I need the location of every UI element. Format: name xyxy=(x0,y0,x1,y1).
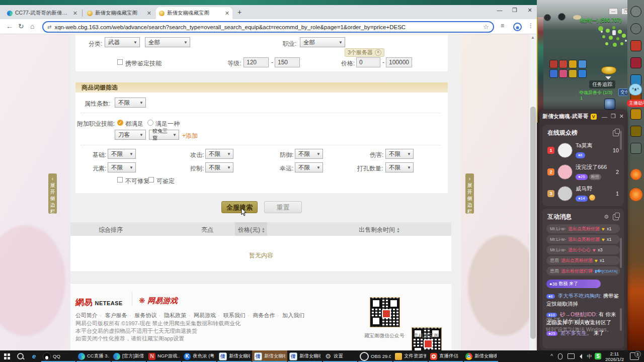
attr-select-base[interactable]: 不限▼ xyxy=(108,149,136,159)
expand-sidebar-right-button[interactable]: ›展开侧边栏 xyxy=(465,173,474,214)
tab-close-icon[interactable]: ✕ xyxy=(225,10,229,17)
taskbar-item-qiannu-2-active[interactable]: 倩 新倩女幽魂... xyxy=(252,350,287,362)
taskbar-item-qq[interactable]: QQ xyxy=(41,350,76,362)
taskbar-search-button[interactable] xyxy=(14,350,27,362)
game-round-icon[interactable] xyxy=(544,14,551,21)
reload-icon[interactable]: ↻ xyxy=(18,22,24,30)
footer-link[interactable]: 网易游戏 xyxy=(194,312,216,318)
profile-avatar-icon[interactable]: ☻ xyxy=(513,23,522,31)
radio-one-satisfied[interactable] xyxy=(147,120,153,126)
level-max-input[interactable] xyxy=(275,57,300,67)
search-all-servers-button[interactable]: 全服搜索 xyxy=(221,201,258,213)
game-minimize-button[interactable]: — xyxy=(609,8,618,15)
col-sort-overall[interactable]: 综合排序 xyxy=(99,226,123,234)
class-select[interactable]: 刀客▼ xyxy=(115,130,146,140)
attr-select-attack[interactable]: 不限▼ xyxy=(205,149,233,159)
url-text[interactable]: xqn-web.cbg.163.com/web/advance/search?s… xyxy=(54,24,480,30)
microphone-icon[interactable] xyxy=(558,353,562,359)
bookmark-star-icon[interactable]: ☆ xyxy=(483,23,489,31)
display-icon[interactable] xyxy=(568,353,575,359)
footer-link[interactable]: 客户服务 xyxy=(105,312,127,318)
home-icon[interactable]: ⌂ xyxy=(30,22,34,30)
col-price[interactable]: 价格(元)▲▼ xyxy=(238,226,265,234)
remove-server-filter-icon[interactable]: ✕ xyxy=(375,49,381,56)
s-app-tray-icon[interactable]: S xyxy=(595,353,601,359)
speaker-icon[interactable] xyxy=(580,354,582,359)
browser-tab-2[interactable]: 新倩女幽魂藏宝阁 ✕ xyxy=(84,7,154,19)
site-info-icon[interactable]: ⇄ xyxy=(47,24,51,30)
taskbar-item-obs[interactable]: OBS 29.0.... xyxy=(358,350,393,362)
taskbar-item-ngp[interactable]: N NGP游戏... xyxy=(146,350,182,362)
radio-all-satisfied[interactable]: ✓ xyxy=(117,120,123,126)
game-side-icon[interactable] xyxy=(630,143,641,154)
add-skill-link[interactable]: +添加 xyxy=(182,132,198,140)
attr-select-control[interactable]: 不限▼ xyxy=(205,162,233,172)
attr-select-damage[interactable]: 不限▼ xyxy=(385,149,414,159)
start-button[interactable] xyxy=(0,350,14,362)
panel-maximize-icon[interactable]: ❒ xyxy=(611,113,616,120)
popout-icon[interactable] xyxy=(613,214,619,220)
tab-close-icon[interactable]: ✕ xyxy=(73,10,77,17)
footer-link[interactable]: 服务协议 xyxy=(134,312,156,318)
taskbar-item-kugou[interactable]: K 夜色浓 (粤... xyxy=(182,350,217,362)
price-min-input[interactable] xyxy=(356,57,380,67)
sort-icon[interactable]: ▲▼ xyxy=(396,227,400,233)
ime-indicator[interactable]: 中 xyxy=(587,353,592,360)
attr-select-luck[interactable]: 不限▼ xyxy=(295,162,323,172)
new-tab-button[interactable]: + xyxy=(237,8,242,16)
side-panel-icon[interactable]: ≡ xyxy=(501,22,504,29)
game-side-icon[interactable] xyxy=(630,6,641,17)
viewers-scrollbar[interactable] xyxy=(620,131,622,150)
browser-tab-1[interactable]: CC77-武哥哥的新倩女幽魂直播 ✕ xyxy=(4,7,80,19)
category-select[interactable]: 武器▼ xyxy=(105,37,140,47)
scrollbar-thumb[interactable] xyxy=(530,107,536,339)
carry-skill-checkbox[interactable] xyxy=(117,59,123,65)
panel-minimize-icon[interactable]: — xyxy=(602,114,607,120)
browser-menu-icon[interactable]: ⋮ xyxy=(528,22,534,29)
attr-select-defense[interactable]: 不限▼ xyxy=(295,149,323,159)
level-min-input[interactable] xyxy=(244,57,269,67)
expand-sidebar-left-button[interactable]: ‹展开侧边栏 xyxy=(48,173,57,214)
taskbar-item-qiannu-1[interactable]: 倩 新倩女幽魂... xyxy=(217,350,252,362)
attr-select-element[interactable]: 不限▼ xyxy=(108,162,136,172)
footer-link[interactable]: 加入我们 xyxy=(282,312,304,318)
profession-select[interactable]: 全部▼ xyxy=(300,37,345,47)
appraisable-checkbox[interactable] xyxy=(148,177,154,183)
footer-link[interactable]: 商务合作 xyxy=(253,312,275,318)
gear-icon[interactable]: ⚙ xyxy=(604,214,609,220)
footer-link[interactable]: 公司简介 xyxy=(75,312,98,318)
game-side-icon[interactable] xyxy=(630,23,641,34)
taskbar-item-cc-live[interactable]: CC直播 3.2... xyxy=(76,350,111,362)
game-skill-icons[interactable] xyxy=(549,59,587,78)
game-side-icon[interactable] xyxy=(630,57,641,68)
taskbar-item-official-qiannu[interactable]: [官方]新倩... xyxy=(111,350,146,362)
footer-link[interactable]: 联系我们 xyxy=(223,312,246,318)
address-bar[interactable]: ⇄ xqn-web.cbg.163.com/web/advance/search… xyxy=(42,21,494,33)
skill-select[interactable]: 狡兔三窟▼ xyxy=(149,130,179,140)
back-icon[interactable]: ← xyxy=(6,22,13,30)
game-side-icon[interactable] xyxy=(630,126,641,137)
sort-icon[interactable]: ▲▼ xyxy=(262,227,265,233)
game-side-icon[interactable] xyxy=(630,40,641,51)
tab-close-icon[interactable]: ✕ xyxy=(147,10,151,17)
attr-count-select[interactable]: 不限▼ xyxy=(115,98,146,108)
browser-close-button[interactable]: ✕ xyxy=(523,7,536,14)
popout-icon[interactable] xyxy=(613,130,619,136)
taskbar-ie-button[interactable]: e xyxy=(27,350,41,362)
reset-button[interactable]: 重置 xyxy=(264,201,302,213)
notification-center-icon[interactable]: 1 xyxy=(630,352,639,360)
taskbar-item-chrome[interactable]: 新倩女幽魂 xyxy=(463,350,499,362)
browser-tab-3-active[interactable]: 新倩女幽魂藏宝阁 ✕ xyxy=(156,7,232,19)
panel-close-icon[interactable]: ✕ xyxy=(619,113,624,120)
taskbar-item-file-explorer[interactable]: 文件资源管... xyxy=(393,350,428,362)
hidden-icons-chevron[interactable]: ^ xyxy=(550,353,553,359)
quest-tracker-title[interactable]: 任务追踪 xyxy=(589,80,615,88)
game-round-icon[interactable] xyxy=(558,13,566,21)
unrepairable-checkbox[interactable] xyxy=(117,177,123,183)
browser-minimize-button[interactable]: — xyxy=(493,7,506,13)
price-max-input[interactable] xyxy=(386,57,412,67)
attr-select-sockets[interactable]: 不限▼ xyxy=(385,162,414,172)
taskbar-clock[interactable]: 2:11 2026/1/2 xyxy=(605,351,624,362)
scrollbar-up-arrow[interactable]: ▲ xyxy=(531,35,535,40)
footer-link[interactable]: 隐私政策 xyxy=(164,312,186,318)
